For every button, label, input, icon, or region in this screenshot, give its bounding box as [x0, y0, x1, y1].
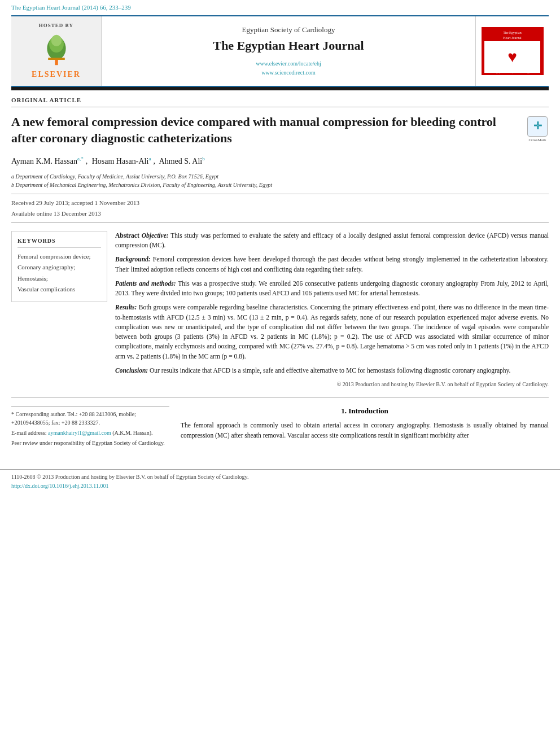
author-1-name: Ayman K.M. Hassan: [11, 157, 77, 165]
background-label: Background:: [115, 256, 151, 263]
elsevier-section: HOSTED BY ELSEVIER: [11, 16, 102, 85]
conclusion-text: Our results indicate that AFCD is a simp…: [148, 367, 510, 374]
crossmark-icon: ✛: [527, 116, 548, 137]
title-section: A new femoral compression device compare…: [11, 114, 549, 146]
results-label: Results:: [115, 304, 137, 311]
author-1-sup: a,*: [77, 156, 84, 161]
hosted-by-label: HOSTED BY: [39, 22, 73, 29]
crossmark-label: CrossMark: [528, 138, 546, 143]
society-name: Egyptian Society of Cardiology: [242, 25, 335, 35]
affiliation-a: a Department of Cardiology, Faculty of M…: [11, 172, 549, 181]
article-title: A new femoral compression device compare…: [11, 114, 520, 146]
abstract-conclusion: Conclusion: Our results indicate that AF…: [115, 366, 549, 375]
keyword-4: Vascular complications: [18, 285, 101, 294]
email-line: E-mail address: aymankhairyl1@gmail.com …: [11, 429, 169, 437]
keyword-3: Hemostasis;: [18, 274, 101, 283]
results-text: Both groups were comparable regarding ba…: [115, 304, 549, 359]
content-columns: KEYWORDS Femoral compression device; Cor…: [11, 231, 549, 388]
doi-link[interactable]: http://dx.doi.org/10.1016/j.ehj.2013.11.…: [11, 482, 549, 490]
corresponding-author: * Corresponding author. Tel.: +20 88 241…: [11, 410, 169, 427]
footer-issn: 1110-2608 © 2013 Production and hosting …: [11, 473, 549, 481]
right-column: Abstract Objective: This study was perfo…: [115, 231, 549, 388]
keywords-title: KEYWORDS: [18, 237, 101, 248]
keyword-2: Coronary angiography;: [18, 263, 101, 272]
affiliations-section: a Department of Cardiology, Faculty of M…: [11, 172, 549, 189]
affiliation-b: b Department of Mechanical Engineering, …: [11, 181, 549, 189]
author-2-name: Hosam Hasan-Ali: [92, 157, 149, 165]
email-link[interactable]: aymankhairyl1@gmail.com: [48, 430, 111, 436]
journal-name-section: Egyptian Society of Cardiology The Egypt…: [102, 16, 475, 85]
heart-icon: ♥: [508, 46, 517, 68]
elsevier-url[interactable]: www.elsevier.com/locate/ehj: [256, 60, 321, 67]
author-3-name: Ahmed S. Ali: [159, 157, 203, 165]
section-divider: [11, 397, 549, 398]
footnote-block: * Corresponding author. Tel.: +20 88 241…: [11, 406, 169, 447]
journal-header: HOSTED BY ELSEVIER Egyptian Society of C…: [11, 15, 549, 86]
keyword-1: Femoral compression device;: [18, 252, 101, 261]
abstract-section: Abstract Objective: This study was perfo…: [115, 231, 549, 388]
left-column: KEYWORDS Femoral compression device; Cor…: [11, 231, 107, 388]
section-label: ORIGINAL ARTICLE: [11, 96, 549, 107]
journal-header-title: The Egyptian Heart Journal: [213, 37, 364, 55]
keywords-box: KEYWORDS Femoral compression device; Cor…: [11, 231, 107, 303]
abstract-background: Background: Femoral compression devices …: [115, 255, 549, 274]
cover-title: The EgyptianHeart Journal: [501, 29, 524, 41]
article-body: ORIGINAL ARTICLE A new femoral compressi…: [0, 90, 560, 460]
elsevier-logo: ELSEVIER: [32, 33, 81, 80]
intro-section: 1. Introduction The femoral approach is …: [181, 406, 549, 449]
email-label: E-mail address:: [11, 430, 46, 436]
authors-line: Ayman K.M. Hassana,*, Hosam Hasan-Alia, …: [11, 155, 549, 167]
intro-text: The femoral approach is commonly used to…: [181, 421, 549, 441]
journal-cover-section: The EgyptianHeart Journal ♥ Egyptian Soc…: [475, 16, 549, 85]
abstract-results: Results: Both groups were comparable reg…: [115, 303, 549, 361]
copyright-notice: © 2013 Production and hosting by Elsevie…: [115, 380, 549, 388]
dates-section: Received 29 July 2013; accepted 1 Novemb…: [11, 194, 549, 222]
conclusion-label: Conclusion:: [115, 367, 148, 374]
objective-label: Objective:: [142, 232, 169, 239]
svg-point-3: [51, 35, 61, 46]
background-text: Femoral compression devices have been de…: [115, 256, 549, 272]
available-date: Available online 13 December 2013: [11, 208, 549, 219]
journal-cover-image: The EgyptianHeart Journal ♥ Egyptian Soc…: [482, 27, 544, 75]
author-2-sup: a: [148, 156, 151, 161]
crossmark-badge[interactable]: ✛ CrossMark: [526, 116, 549, 143]
intro-title: 1. Introduction: [181, 406, 549, 416]
elsevier-brand: ELSEVIER: [32, 69, 81, 80]
sciencedirect-url[interactable]: www.sciencedirect.com: [261, 69, 315, 76]
patients-label: Patients and methods:: [115, 280, 176, 287]
abstract-label: Abstract: [115, 232, 142, 239]
elsevier-tree-icon: [40, 33, 73, 67]
received-date: Received 29 July 2013; accepted 1 Novemb…: [11, 198, 549, 208]
author-3-sup: b: [202, 156, 205, 161]
cover-footer-text: Egyptian Society of Cardiology: [482, 70, 544, 74]
objective-text: This study was performed to evaluate the…: [115, 232, 549, 248]
patients-text: This was a prospective study. We enrolle…: [115, 280, 549, 296]
abstract-patients: Patients and methods: This was a prospec…: [115, 279, 549, 299]
peer-review-note: Peer review under responsibility of Egyp…: [11, 439, 169, 447]
bottom-columns: * Corresponding author. Tel.: +20 88 241…: [11, 406, 549, 449]
page-footer: 1110-2608 © 2013 Production and hosting …: [0, 469, 560, 493]
svg-rect-4: [48, 58, 65, 60]
email-suffix: (A.K.M. Hassan).: [111, 430, 153, 436]
journal-urls: www.elsevier.com/locate/ehj www.scienced…: [256, 59, 321, 77]
journal-reference-link[interactable]: The Egyptian Heart Journal (2014) 66, 23…: [0, 0, 560, 15]
cover-inner-box: ♥: [484, 41, 540, 72]
footnotes-section: * Corresponding author. Tel.: +20 88 241…: [11, 406, 169, 449]
abstract-objective: Abstract Objective: This study was perfo…: [115, 231, 549, 251]
